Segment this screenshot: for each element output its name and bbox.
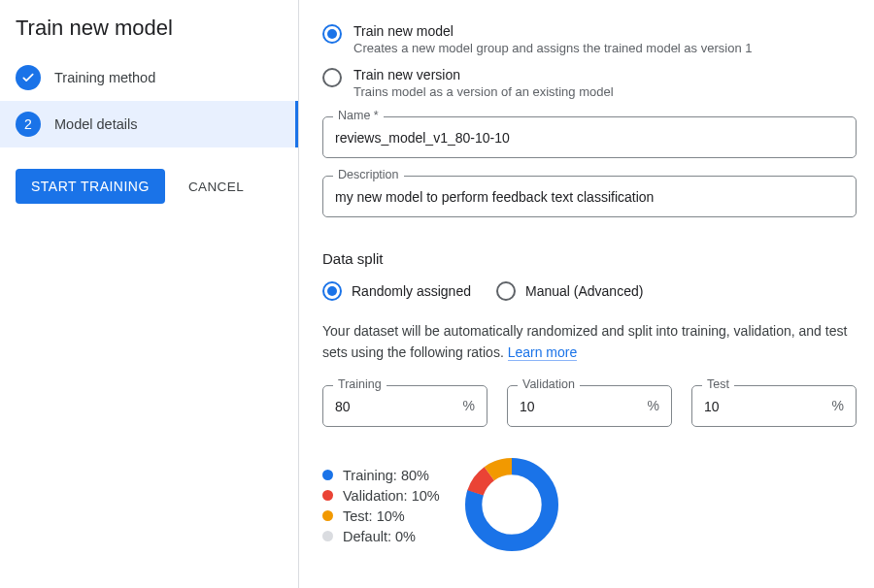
- validation-split-input[interactable]: [508, 386, 671, 426]
- radio-randomly-assigned[interactable]: Randomly assigned: [322, 280, 471, 301]
- legend-item: Default: 0%: [322, 529, 440, 544]
- radio-train-new-model[interactable]: Train new model Creates a new model grou…: [322, 23, 857, 55]
- training-split-input[interactable]: [323, 386, 487, 426]
- radio-subtitle: Trains model as a version of an existing…: [353, 84, 614, 99]
- radio-manual-advanced[interactable]: Manual (Advanced): [496, 280, 643, 301]
- radio-label: Train new version: [353, 67, 614, 82]
- page-title: Train new model: [0, 16, 298, 54]
- radio-icon: [496, 281, 516, 301]
- radio-label: Train new model: [353, 23, 752, 39]
- step-training-method[interactable]: Training method: [0, 54, 298, 101]
- field-label: Test: [702, 377, 734, 391]
- test-split-field[interactable]: Test %: [691, 385, 857, 427]
- name-field[interactable]: Name *: [322, 116, 857, 158]
- main-panel: Train new model Creates a new model grou…: [299, 0, 874, 588]
- radio-subtitle: Creates a new model group and assigns th…: [353, 41, 752, 55]
- data-split-helper: Your dataset will be automatically rando…: [322, 320, 857, 364]
- legend-dot-icon: [322, 490, 333, 501]
- learn-more-link[interactable]: Learn more: [508, 344, 578, 361]
- split-donut-chart: [461, 454, 562, 558]
- step-label: Model details: [54, 116, 137, 132]
- description-input[interactable]: [323, 177, 856, 216]
- check-icon: [16, 65, 41, 90]
- step-label: Training method: [54, 70, 155, 85]
- training-split-field[interactable]: Training %: [322, 385, 487, 427]
- legend-item: Test: 10%: [322, 508, 440, 524]
- step-model-details[interactable]: 2 Model details: [0, 101, 298, 147]
- field-label: Description: [333, 168, 404, 181]
- legend-dot-icon: [322, 470, 333, 480]
- legend-label: Test: 10%: [343, 508, 405, 524]
- legend-dot-icon: [322, 531, 333, 541]
- name-input[interactable]: [323, 117, 856, 157]
- validation-split-field[interactable]: Validation %: [507, 385, 672, 427]
- cancel-button[interactable]: CANCEL: [183, 179, 250, 195]
- data-split-heading: Data split: [322, 250, 857, 267]
- radio-icon: [322, 281, 342, 301]
- description-field[interactable]: Description: [322, 176, 857, 217]
- test-split-input[interactable]: [692, 386, 856, 426]
- legend-item: Training: 80%: [322, 468, 440, 483]
- radio-icon: [322, 68, 342, 87]
- legend-dot-icon: [322, 510, 333, 521]
- radio-label: Randomly assigned: [352, 283, 471, 299]
- legend-label: Training: 80%: [343, 468, 429, 483]
- legend-item: Validation: 10%: [322, 488, 440, 504]
- field-label: Training: [333, 377, 387, 391]
- field-label: Validation: [518, 377, 580, 391]
- legend-label: Default: 0%: [343, 529, 416, 544]
- legend-label: Validation: 10%: [343, 488, 440, 504]
- radio-label: Manual (Advanced): [525, 283, 643, 299]
- sidebar: Train new model Training method 2 Model …: [0, 0, 299, 588]
- step-number-icon: 2: [16, 112, 41, 137]
- radio-train-new-version[interactable]: Train new version Trains model as a vers…: [322, 67, 857, 99]
- start-training-button[interactable]: START TRAINING: [16, 169, 165, 204]
- field-label: Name *: [333, 109, 384, 122]
- radio-icon: [322, 24, 342, 44]
- chart-legend: Training: 80%Validation: 10%Test: 10%Def…: [322, 463, 440, 549]
